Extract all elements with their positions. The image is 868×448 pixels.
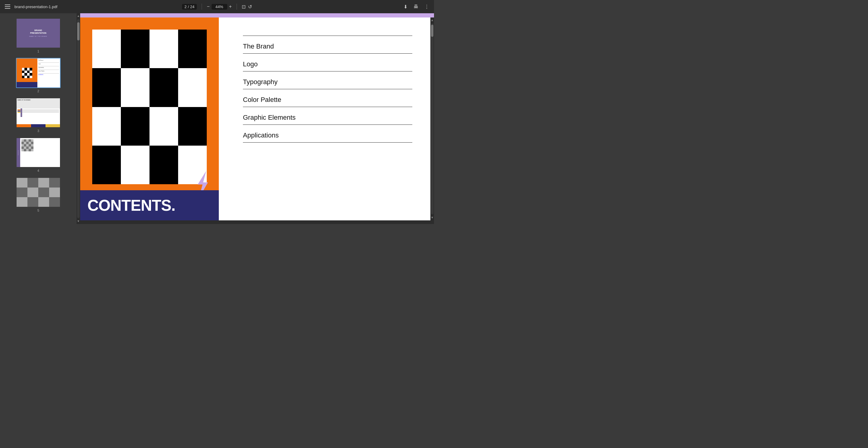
main-area: BRANDPRESENTATION NAME OF THE BRAND 1: [0, 13, 434, 224]
left-page: CONTENTS.: [80, 18, 219, 220]
checker-grid: [92, 30, 207, 184]
thumbnail-4[interactable]: MOOD BOARD 4: [0, 135, 76, 175]
more-options-icon[interactable]: ⋮: [424, 4, 429, 10]
topbar: brand-presentation-1.pdf 2 / 24 − 44% + …: [0, 0, 434, 13]
thumb3-bottom: [17, 124, 60, 127]
thumb1-sub: NAME OF THE BRAND: [29, 36, 47, 37]
toc-item-0: The Brand: [243, 36, 412, 54]
thumb-label-1: 1: [37, 50, 39, 53]
thumb1-title: BRANDPRESENTATION: [30, 29, 46, 34]
thumb2-left: [17, 59, 37, 87]
sidebar-scrollbar[interactable]: ▲ ▼: [76, 13, 80, 224]
contents-title: CONTENTS.: [87, 196, 175, 214]
thumb-img-1: BRANDPRESENTATION NAME OF THE BRAND: [16, 18, 61, 48]
thumb4-checker: [22, 139, 33, 151]
bottom-scrollbar[interactable]: [80, 220, 434, 224]
toc-item-5: Applications: [243, 125, 412, 143]
content-area: CONTENTS. The BrandLogoTypographyColor P…: [80, 13, 434, 224]
thumbnail-3[interactable]: NAME OF THE BRAND: [0, 95, 76, 135]
zoom-control: − 44% +: [207, 4, 232, 10]
divider: [202, 4, 202, 10]
rotate-icon[interactable]: ↺: [248, 4, 252, 10]
thumb4-body: [20, 138, 60, 153]
right-scroll-thumb[interactable]: [431, 25, 433, 37]
thumb4-sidebar: MOOD BOARD: [17, 138, 20, 167]
download-icon[interactable]: ⬇: [404, 4, 407, 10]
thumb2-bottom: [17, 82, 37, 87]
thumb3-top: NAME OF THE BRAND: [17, 98, 60, 109]
scroll-up-arrow[interactable]: ▲: [77, 13, 80, 19]
hamburger-icon[interactable]: [5, 4, 10, 9]
zoom-value[interactable]: 44%: [212, 4, 227, 10]
thumb-label-5: 5: [37, 209, 39, 212]
topbar-right: ⬇ 🖶 ⋮: [404, 4, 429, 10]
thumb-label-4: 4: [37, 169, 39, 173]
thumbnail-5[interactable]: 5: [0, 175, 76, 215]
topbar-center: 2 / 24 − 44% + ⊡ ↺: [182, 4, 252, 10]
right-scroll-down[interactable]: ▼: [431, 215, 434, 220]
toc-item-1: Logo: [243, 54, 412, 71]
page-navigation: 2 / 24: [182, 4, 197, 10]
toc-item-3: Color Palette: [243, 89, 412, 107]
purple-top-bar: [80, 13, 434, 18]
thumb3-label: ABOUT THE BRAND: [21, 109, 22, 117]
toc-item-2: Typography: [243, 71, 412, 89]
thumbnail-sidebar: BRANDPRESENTATION NAME OF THE BRAND 1: [0, 13, 76, 224]
thumb2-right: The Brand Logo Typography Color Palette …: [37, 59, 60, 87]
page-separator: /: [188, 4, 189, 9]
scroll-thumb[interactable]: [77, 22, 80, 40]
thumb2-checker: [22, 68, 32, 78]
thumbnail-1[interactable]: BRANDPRESENTATION NAME OF THE BRAND 1: [0, 16, 76, 56]
topbar-left: brand-presentation-1.pdf: [5, 4, 57, 9]
thumb3-content: [22, 110, 59, 113]
toc-container: The BrandLogoTypographyColor PaletteGrap…: [243, 36, 412, 143]
toc-item-4: Graphic Elements: [243, 107, 412, 125]
thumb5-grid: [17, 178, 60, 207]
zoom-out-button[interactable]: −: [207, 4, 210, 9]
scroll-track: [77, 19, 80, 218]
scroll-down-arrow[interactable]: ▼: [77, 218, 80, 224]
thumb-img-3: NAME OF THE BRAND: [16, 98, 61, 128]
right-scroll-track: [431, 24, 433, 214]
fit-page-icon[interactable]: ⊡: [242, 4, 246, 10]
thumb-img-2: The Brand Logo Typography Color Palette …: [16, 58, 61, 88]
filename-label: brand-presentation-1.pdf: [14, 4, 57, 9]
thumbnail-2[interactable]: The Brand Logo Typography Color Palette …: [0, 56, 76, 95]
thumb3-sidebar: [18, 110, 21, 113]
thumb-label-2: 2: [37, 89, 39, 93]
print-icon[interactable]: 🖶: [413, 4, 418, 9]
divider2: [237, 4, 237, 10]
right-page: The BrandLogoTypographyColor PaletteGrap…: [219, 18, 430, 220]
right-scrollbar[interactable]: ▲ ▼: [430, 18, 434, 220]
page-container: CONTENTS. The BrandLogoTypographyColor P…: [80, 18, 434, 220]
total-pages: 24: [190, 4, 194, 9]
thumb3-body: [17, 109, 60, 114]
zoom-in-button[interactable]: +: [229, 4, 232, 9]
left-page-bottom: CONTENTS.: [80, 190, 219, 220]
thumb-img-4: MOOD BOARD: [16, 138, 61, 168]
current-page[interactable]: 2: [184, 4, 187, 9]
thumb-label-3: 3: [37, 129, 39, 133]
right-scroll-up[interactable]: ▲: [431, 18, 434, 23]
thumb-img-5: [16, 177, 61, 207]
